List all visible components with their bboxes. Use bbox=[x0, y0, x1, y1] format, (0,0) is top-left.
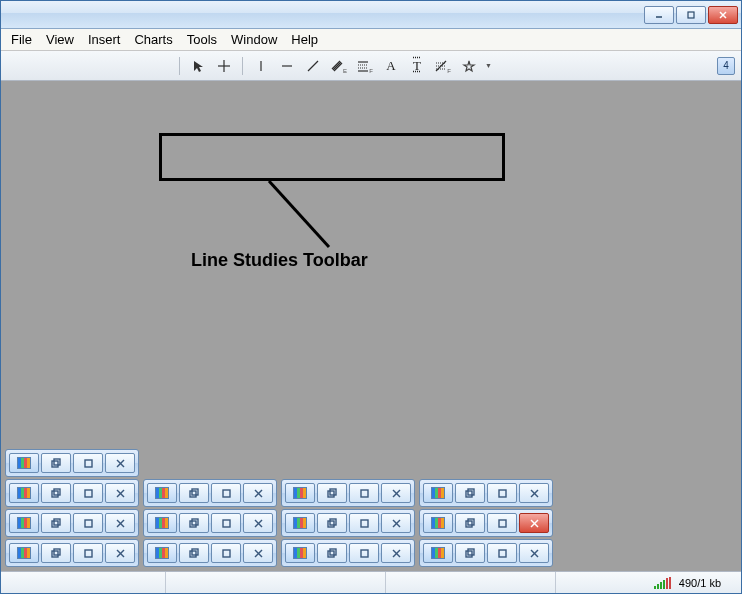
mdi-maximize-button[interactable] bbox=[211, 543, 241, 563]
mdi-restore-button[interactable] bbox=[179, 513, 209, 533]
mdi-restore-button[interactable] bbox=[41, 513, 71, 533]
mdi-maximize-button[interactable] bbox=[487, 513, 517, 533]
text-tool[interactable]: A bbox=[381, 56, 401, 76]
menu-help[interactable]: Help bbox=[291, 32, 318, 47]
menu-tools[interactable]: Tools bbox=[187, 32, 217, 47]
mdi-restore-button[interactable] bbox=[179, 483, 209, 503]
mdi-close-button[interactable] bbox=[519, 483, 549, 503]
mdi-child-window[interactable] bbox=[419, 539, 553, 567]
svg-rect-56 bbox=[468, 519, 474, 525]
svg-rect-78 bbox=[499, 490, 506, 497]
mdi-child-window[interactable] bbox=[5, 539, 139, 567]
text-label-tool[interactable]: T bbox=[407, 56, 427, 76]
mdi-restore-button[interactable] bbox=[455, 513, 485, 533]
chart-icon bbox=[147, 483, 177, 503]
dropdown-caret-icon[interactable]: ▼ bbox=[485, 62, 492, 69]
mdi-maximize-button[interactable] bbox=[349, 483, 379, 503]
crosshair-tool[interactable] bbox=[214, 56, 234, 76]
mdi-restore-button[interactable] bbox=[455, 483, 485, 503]
menubar: File View Insert Charts Tools Window Hel… bbox=[1, 29, 741, 51]
svg-rect-43 bbox=[85, 520, 92, 527]
line-studies-toolbar: E F A T F ▼ bbox=[171, 54, 498, 78]
status-cell bbox=[1, 572, 166, 593]
mdi-child-window[interactable] bbox=[281, 509, 415, 537]
mdi-maximize-button[interactable] bbox=[349, 543, 379, 563]
menu-file[interactable]: File bbox=[11, 32, 32, 47]
svg-rect-47 bbox=[190, 521, 196, 527]
fibonacci-retracement-tool[interactable]: F bbox=[355, 56, 375, 76]
mdi-restore-button[interactable] bbox=[317, 543, 347, 563]
fibonacci-fan-tool[interactable]: F bbox=[433, 56, 453, 76]
mdi-restore-button[interactable] bbox=[317, 483, 347, 503]
svg-rect-53 bbox=[361, 520, 368, 527]
mdi-restore-button[interactable] bbox=[179, 543, 209, 563]
annotation-label: Line Studies Toolbar bbox=[191, 250, 368, 271]
notification-badge[interactable]: 4 bbox=[717, 57, 735, 75]
chart-icon bbox=[9, 543, 39, 563]
mdi-child-window[interactable] bbox=[143, 539, 277, 567]
mdi-restore-button[interactable] bbox=[455, 543, 485, 563]
svg-rect-77 bbox=[466, 491, 472, 497]
mdi-close-button[interactable] bbox=[243, 483, 273, 503]
mdi-maximize-button[interactable] bbox=[73, 483, 103, 503]
svg-rect-22 bbox=[52, 551, 58, 557]
menu-charts[interactable]: Charts bbox=[134, 32, 172, 47]
trendline-tool[interactable] bbox=[303, 56, 323, 76]
mdi-child-window[interactable] bbox=[143, 479, 277, 507]
svg-line-8 bbox=[308, 61, 318, 71]
horizontal-line-tool[interactable] bbox=[277, 56, 297, 76]
menu-view[interactable]: View bbox=[46, 32, 74, 47]
mdi-maximize-button[interactable] bbox=[73, 453, 103, 473]
svg-rect-71 bbox=[330, 489, 336, 495]
mdi-close-button[interactable] bbox=[519, 513, 549, 533]
equidistant-channel-tool[interactable]: E bbox=[329, 56, 349, 76]
mdi-child-window[interactable] bbox=[281, 539, 415, 567]
chart-icon bbox=[285, 483, 315, 503]
toolbar-separator bbox=[179, 57, 180, 75]
mdi-close-button[interactable] bbox=[381, 543, 411, 563]
chart-icon bbox=[423, 543, 453, 563]
mdi-close-button[interactable] bbox=[105, 513, 135, 533]
vertical-line-tool[interactable] bbox=[251, 56, 271, 76]
mdi-close-button[interactable] bbox=[105, 543, 135, 563]
mdi-maximize-button[interactable] bbox=[349, 513, 379, 533]
mdi-restore-button[interactable] bbox=[41, 543, 71, 563]
menu-insert[interactable]: Insert bbox=[88, 32, 121, 47]
mdi-close-button[interactable] bbox=[105, 453, 135, 473]
close-button[interactable] bbox=[708, 6, 738, 24]
minimize-button[interactable] bbox=[644, 6, 674, 24]
chart-icon bbox=[423, 513, 453, 533]
menu-window[interactable]: Window bbox=[231, 32, 277, 47]
mdi-child-window-active[interactable] bbox=[419, 509, 553, 537]
svg-rect-62 bbox=[52, 491, 58, 497]
mdi-maximize-button[interactable] bbox=[211, 483, 241, 503]
maximize-button[interactable] bbox=[676, 6, 706, 24]
mdi-restore-button[interactable] bbox=[317, 513, 347, 533]
mdi-child-window[interactable] bbox=[419, 479, 553, 507]
svg-rect-52 bbox=[328, 521, 334, 527]
mdi-close-button[interactable] bbox=[381, 513, 411, 533]
mdi-child-window[interactable] bbox=[281, 479, 415, 507]
text-label-letter: T bbox=[413, 58, 421, 74]
mdi-restore-button[interactable] bbox=[41, 453, 71, 473]
mdi-child-window[interactable] bbox=[5, 509, 139, 537]
status-traffic: 490/1 kb bbox=[679, 577, 721, 589]
mdi-maximize-button[interactable] bbox=[211, 513, 241, 533]
mdi-restore-button[interactable] bbox=[41, 483, 71, 503]
mdi-close-button[interactable] bbox=[243, 543, 273, 563]
mdi-maximize-button[interactable] bbox=[487, 543, 517, 563]
objects-tool[interactable] bbox=[459, 56, 479, 76]
mdi-child-window[interactable] bbox=[5, 479, 139, 507]
mdi-close-button[interactable] bbox=[381, 483, 411, 503]
mdi-maximize-button[interactable] bbox=[73, 543, 103, 563]
chart-icon bbox=[285, 543, 315, 563]
mdi-close-button[interactable] bbox=[519, 543, 549, 563]
svg-rect-33 bbox=[361, 550, 368, 557]
mdi-close-button[interactable] bbox=[105, 483, 135, 503]
mdi-close-button[interactable] bbox=[243, 513, 273, 533]
cursor-tool[interactable] bbox=[188, 56, 208, 76]
mdi-child-window[interactable] bbox=[5, 449, 139, 477]
mdi-maximize-button[interactable] bbox=[73, 513, 103, 533]
mdi-child-window[interactable] bbox=[143, 509, 277, 537]
mdi-maximize-button[interactable] bbox=[487, 483, 517, 503]
